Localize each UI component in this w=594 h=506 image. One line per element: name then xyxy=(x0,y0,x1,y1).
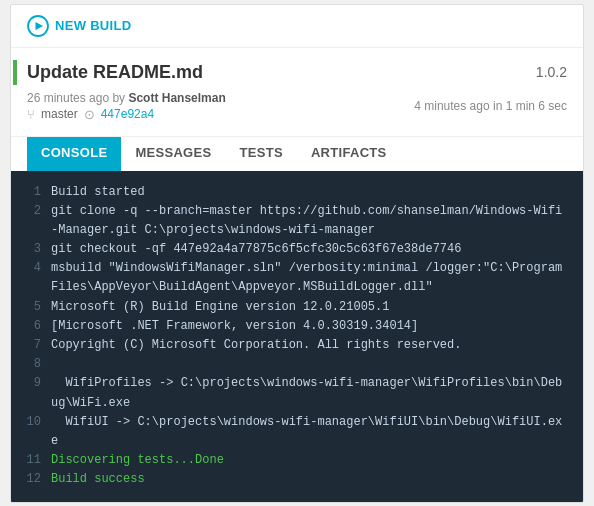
build-meta: 26 minutes ago by Scott Hanselman ⑂ mast… xyxy=(27,85,567,132)
tab-messages[interactable]: MESSAGES xyxy=(121,137,225,171)
line-number: 6 xyxy=(25,317,41,336)
tab-tests[interactable]: TESTS xyxy=(225,137,296,171)
new-build-button[interactable]: NEW BUILD xyxy=(27,15,131,37)
svg-marker-1 xyxy=(36,22,44,30)
build-meta-time: 26 minutes ago by Scott Hanselman xyxy=(27,91,226,105)
build-meta-left: 26 minutes ago by Scott Hanselman ⑂ mast… xyxy=(27,91,226,122)
tab-console[interactable]: CONSOLE xyxy=(27,137,121,171)
line-text: [Microsoft .NET Framework, version 4.0.3… xyxy=(51,317,418,336)
line-text: Build success xyxy=(51,470,145,489)
line-number: 4 xyxy=(25,259,41,297)
line-number: 5 xyxy=(25,298,41,317)
commit-hash: 447e92a4 xyxy=(101,107,154,121)
console-output: 1Build started2git clone -q --branch=mas… xyxy=(11,171,583,502)
build-version: 1.0.2 xyxy=(536,64,567,80)
build-title-row: Update README.md 1.0.2 xyxy=(27,60,567,85)
build-author: Scott Hanselman xyxy=(128,91,225,105)
build-meta-branch: ⑂ master ⊙ 447e92a4 xyxy=(27,107,226,122)
console-line: 7Copyright (C) Microsoft Corporation. Al… xyxy=(25,336,569,355)
line-number: 10 xyxy=(25,413,41,451)
line-text: msbuild "WindowsWifiManager.sln" /verbos… xyxy=(51,259,569,297)
line-text xyxy=(51,355,58,374)
console-line: 9 WifiProfiles -> C:\projects\windows-wi… xyxy=(25,374,569,412)
top-bar: NEW BUILD xyxy=(11,5,583,48)
line-text: Microsoft (R) Build Engine version 12.0.… xyxy=(51,298,389,317)
line-text: git checkout -qf 447e92a4a77875c6f5cfc30… xyxy=(51,240,461,259)
line-number: 8 xyxy=(25,355,41,374)
line-number: 1 xyxy=(25,183,41,202)
line-text: Build started xyxy=(51,183,145,202)
line-number: 7 xyxy=(25,336,41,355)
tab-artifacts[interactable]: ARTIFACTS xyxy=(297,137,401,171)
main-card: NEW BUILD Update README.md 1.0.2 26 minu… xyxy=(10,4,584,503)
line-number: 11 xyxy=(25,451,41,470)
tabs-bar: CONSOLE MESSAGES TESTS ARTIFACTS xyxy=(11,137,583,171)
build-title: Update README.md xyxy=(13,60,203,85)
console-line: 11Discovering tests...Done xyxy=(25,451,569,470)
build-meta-right: 4 minutes ago in 1 min 6 sec xyxy=(414,99,567,113)
play-icon xyxy=(27,15,49,37)
console-line: 8 xyxy=(25,355,569,374)
console-line: 12Build success xyxy=(25,470,569,489)
console-line: 10 WifiUI -> C:\projects\windows-wifi-ma… xyxy=(25,413,569,451)
line-number: 2 xyxy=(25,202,41,240)
line-text: Discovering tests...Done xyxy=(51,451,224,470)
branch-name: master xyxy=(41,107,78,121)
line-text: git clone -q --branch=master https://git… xyxy=(51,202,569,240)
build-header: Update README.md 1.0.2 26 minutes ago by… xyxy=(11,48,583,137)
console-line: 3git checkout -qf 447e92a4a77875c6f5cfc3… xyxy=(25,240,569,259)
console-line: 1Build started xyxy=(25,183,569,202)
commit-icon: ⊙ xyxy=(84,107,95,122)
new-build-label: NEW BUILD xyxy=(55,18,131,33)
line-number: 9 xyxy=(25,374,41,412)
console-line: 6[Microsoft .NET Framework, version 4.0.… xyxy=(25,317,569,336)
line-text: Copyright (C) Microsoft Corporation. All… xyxy=(51,336,461,355)
line-number: 12 xyxy=(25,470,41,489)
line-number: 3 xyxy=(25,240,41,259)
line-text: WifiUI -> C:\projects\windows-wifi-manag… xyxy=(51,413,569,451)
console-line: 4msbuild "WindowsWifiManager.sln" /verbo… xyxy=(25,259,569,297)
line-text: WifiProfiles -> C:\projects\windows-wifi… xyxy=(51,374,569,412)
console-line: 5Microsoft (R) Build Engine version 12.0… xyxy=(25,298,569,317)
branch-icon: ⑂ xyxy=(27,107,35,122)
console-line: 2git clone -q --branch=master https://gi… xyxy=(25,202,569,240)
